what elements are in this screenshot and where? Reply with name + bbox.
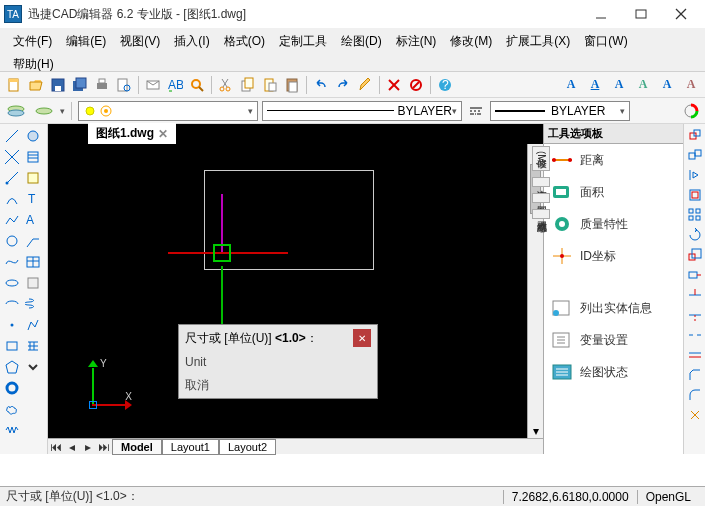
vtab-modify[interactable]: 修改(M) [532,146,550,171]
scale-icon[interactable] [686,246,704,264]
fillet-icon[interactable] [686,386,704,404]
file-tab[interactable]: 图纸1.dwg ✕ [88,123,176,144]
menu-dim[interactable]: 标注(N) [389,30,444,53]
polygon-icon[interactable] [2,357,22,377]
undo-icon[interactable] [311,75,331,95]
block-icon[interactable] [23,168,43,188]
print-icon[interactable] [92,75,112,95]
audit-icon[interactable] [406,75,426,95]
tab-nav-last[interactable]: ⏭ [96,440,112,454]
mesh-icon[interactable] [23,336,43,356]
color-icon[interactable] [681,101,701,121]
vtab-inquiry[interactable]: 查询 [532,177,550,187]
print-preview-icon[interactable] [114,75,134,95]
xline-icon[interactable] [2,147,22,167]
leader-icon[interactable] [23,231,43,251]
menu-view[interactable]: 视图(V) [113,30,167,53]
tab-nav-next[interactable]: ▸ [80,440,96,454]
spline-icon[interactable] [2,252,22,272]
rectangle-icon[interactable] [2,336,22,356]
join-icon[interactable] [686,346,704,364]
3dpoly-icon[interactable] [23,315,43,335]
scroll-down-icon[interactable]: ▾ [528,424,543,438]
point-icon[interactable] [2,315,22,335]
font-btn-1[interactable]: A [561,75,581,95]
array-icon[interactable] [686,206,704,224]
saveall-icon[interactable] [70,75,90,95]
palette-item-massprops[interactable]: 质量特性 [544,208,683,240]
palette-item-list[interactable]: 列出实体信息 [544,292,683,324]
mtext-icon[interactable]: A [23,210,43,230]
cmd-option-unit[interactable]: Unit [179,351,377,373]
palette-item-distance[interactable]: 距离 [544,144,683,176]
linetype-combo[interactable]: BYLAYER ▾ [262,101,462,121]
font-btn-2[interactable]: A [585,75,605,95]
find-icon[interactable] [187,75,207,95]
lineweight-combo[interactable]: BYLAYER ▾ [490,101,630,121]
brush-icon[interactable] [355,75,375,95]
linetype-manager-icon[interactable] [466,101,486,121]
zigzag-icon[interactable] [2,420,22,440]
extend-icon[interactable] [686,306,704,324]
maximize-button[interactable] [621,2,661,26]
line-icon[interactable] [2,126,22,146]
font-btn-6[interactable]: A [681,75,701,95]
helix-icon[interactable] [23,294,43,314]
tab-model[interactable]: Model [112,439,162,455]
menu-format[interactable]: 格式(O) [217,30,272,53]
drawing-canvas[interactable]: Y X 尺寸或 [单位(U)] <1.0>： ✕ Unit 取消 [48,144,543,438]
text-icon[interactable]: T [23,189,43,209]
tab-nav-prev[interactable]: ◂ [64,440,80,454]
menu-draw[interactable]: 绘图(D) [334,30,389,53]
move-icon[interactable] [686,126,704,144]
close-button[interactable] [661,2,701,26]
donut-icon[interactable] [2,378,22,398]
circle-icon[interactable] [2,231,22,251]
table-icon[interactable] [23,252,43,272]
palette-item-idpoint[interactable]: ID坐标 [544,240,683,272]
palette-item-setvar[interactable]: 变量设置 [544,324,683,356]
menu-window[interactable]: 窗口(W) [577,30,634,53]
save-icon[interactable] [48,75,68,95]
ellipse-icon[interactable] [2,273,22,293]
palette-item-area[interactable]: 面积 [544,176,683,208]
font-btn-3[interactable]: A [609,75,629,95]
spell-icon[interactable]: ABC [165,75,185,95]
menu-insert[interactable]: 插入(I) [167,30,216,53]
vtab-view[interactable]: 视图 [532,193,550,203]
break-icon[interactable] [686,326,704,344]
expand-icon[interactable] [23,357,43,377]
menu-tools[interactable]: 定制工具 [272,30,334,53]
font-btn-5[interactable]: A [657,75,677,95]
paste-icon[interactable] [282,75,302,95]
region-icon[interactable] [23,126,43,146]
menu-ext[interactable]: 扩展工具(X) [499,30,577,53]
close-tab-icon[interactable]: ✕ [158,127,168,141]
delete-icon[interactable] [384,75,404,95]
offset-icon[interactable] [686,186,704,204]
polyline-icon[interactable] [2,210,22,230]
redo-icon[interactable] [333,75,353,95]
copy2-icon[interactable] [686,146,704,164]
palette-item-status[interactable]: 绘图状态 [544,356,683,388]
ellipsearc-icon[interactable] [2,294,22,314]
rotate-icon[interactable] [686,226,704,244]
layer-combo[interactable]: ▾ [78,101,258,121]
cmd-popup-close[interactable]: ✕ [353,329,371,347]
trim-icon[interactable] [686,286,704,304]
vtab-observe[interactable]: 三维动态观察 [532,209,550,219]
revcloud-icon[interactable] [2,399,22,419]
arc-icon[interactable] [2,189,22,209]
menu-edit[interactable]: 编辑(E) [59,30,113,53]
new-icon[interactable] [4,75,24,95]
stretch-icon[interactable] [686,266,704,284]
tab-layout2[interactable]: Layout2 [219,439,276,455]
explode-icon[interactable] [686,406,704,424]
tab-nav-first[interactable]: ⏮ [48,440,64,454]
minimize-button[interactable] [581,2,621,26]
menu-help[interactable]: 帮助(H) [6,53,61,76]
help-icon[interactable]: ? [435,75,455,95]
cut-icon[interactable] [216,75,236,95]
cmd-option-cancel[interactable]: 取消 [179,373,377,398]
copy-icon[interactable] [238,75,258,95]
